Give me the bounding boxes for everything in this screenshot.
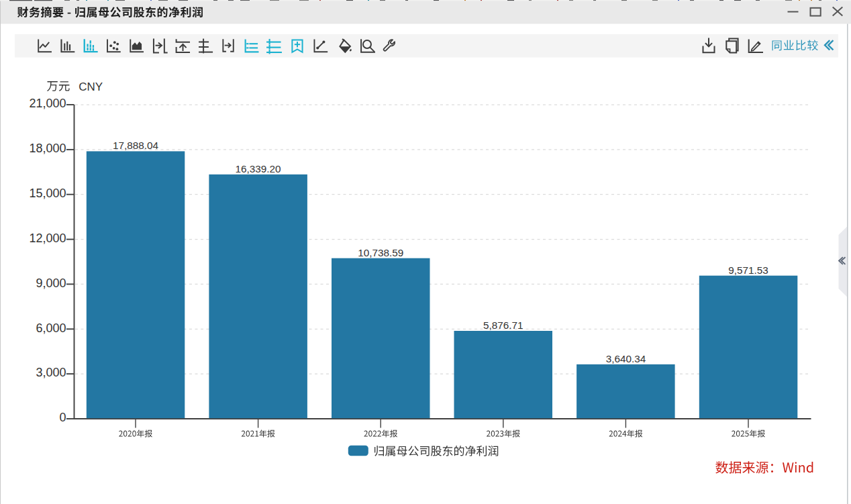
svg-text:16,339.20: 16,339.20 [236, 163, 281, 174]
svg-text:3,000: 3,000 [36, 366, 66, 379]
svg-text:15,000: 15,000 [29, 187, 66, 200]
svg-text:CNY: CNY [79, 81, 103, 93]
svg-text:3,640.34: 3,640.34 [606, 353, 646, 364]
svg-text:12,000: 12,000 [29, 232, 66, 245]
svg-text:9,000: 9,000 [36, 276, 66, 290]
svg-text:18,000: 18,000 [29, 142, 66, 155]
svg-text:0: 0 [59, 411, 66, 424]
svg-text:9,571.53: 9,571.53 [728, 264, 768, 276]
svg-text:6,000: 6,000 [36, 321, 66, 335]
svg-text:17,888.04: 17,888.04 [113, 140, 159, 151]
svg-text:5,876.71: 5,876.71 [483, 319, 523, 331]
svg-text:21,000: 21,000 [29, 97, 66, 110]
svg-text:10,738.59: 10,738.59 [358, 247, 403, 258]
